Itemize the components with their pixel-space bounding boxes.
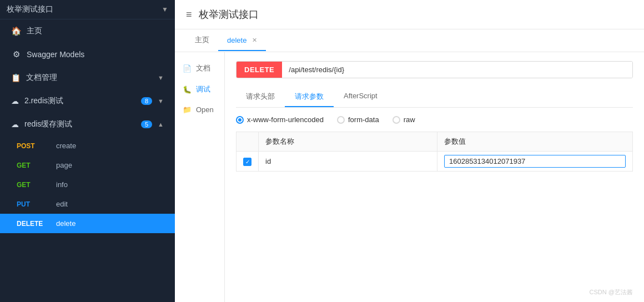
redis-cache-arrow-icon: ▲ bbox=[158, 121, 164, 128]
tab-delete-label: delete bbox=[227, 36, 246, 44]
create-method-label: POST bbox=[17, 142, 47, 150]
sub-tab-afterscript-label: AfterScript bbox=[344, 92, 378, 100]
main-content: ≡ 枚举测试接口 主页 delete ✕ 📄 文档 🐛 调试 📁 Open bbox=[175, 0, 644, 302]
page-label: page bbox=[56, 161, 72, 169]
sub-tab-headers-label: 请求头部 bbox=[246, 92, 275, 100]
sub-tab-afterscript[interactable]: AfterScript bbox=[334, 87, 388, 107]
tab-delete[interactable]: delete ✕ bbox=[218, 31, 266, 51]
sidebar-title: 枚举测试接口 bbox=[7, 4, 53, 14]
left-panel-docs[interactable]: 📄 文档 bbox=[175, 58, 224, 79]
redis-cache-badge: 5 bbox=[141, 120, 152, 128]
main-header: ≡ 枚举测试接口 bbox=[175, 0, 644, 29]
docs-icon: 📄 bbox=[183, 64, 192, 73]
home-label: 主页 bbox=[27, 26, 164, 36]
params-table: 参数名称 参数值 bbox=[236, 132, 633, 172]
sidebar-group-redis-test[interactable]: ☁ 2.redis测试 8 ▼ bbox=[0, 89, 175, 113]
table-row bbox=[237, 152, 633, 172]
param-value-input[interactable] bbox=[444, 155, 626, 168]
sidebar-group-redis-cache-header[interactable]: ☁ redis缓存测试 5 ▲ bbox=[0, 113, 175, 136]
sub-tab-params[interactable]: 请求参数 bbox=[285, 87, 334, 107]
delete-method-label: DELETE bbox=[17, 220, 47, 228]
radio-raw-label: raw bbox=[404, 115, 415, 124]
edit-label: edit bbox=[56, 200, 68, 208]
docmgmt-icon: 📋 bbox=[11, 73, 21, 82]
sidebar-item-docmgmt[interactable]: 📋 文档管理 ▼ bbox=[0, 66, 175, 89]
tab-home-label: 主页 bbox=[195, 35, 209, 45]
tab-home[interactable]: 主页 bbox=[186, 29, 218, 52]
content-area: 📄 文档 🐛 调试 📁 Open DELETE 请求头部 bbox=[175, 52, 644, 302]
left-panel-test[interactable]: 🐛 调试 bbox=[175, 79, 224, 100]
url-input[interactable] bbox=[282, 62, 632, 78]
sidebar-item-page[interactable]: GET page bbox=[0, 155, 175, 175]
redis-test-icon: ☁ bbox=[11, 97, 19, 105]
sub-tab-params-label: 请求参数 bbox=[295, 92, 324, 100]
sub-tabs: 请求头部 请求参数 AfterScript bbox=[236, 87, 633, 108]
redis-test-badge: 8 bbox=[141, 97, 152, 105]
redis-cache-sub-items: POST create GET page GET info PUT edit D… bbox=[0, 136, 175, 233]
sidebar-group-redis-cache: ☁ redis缓存测试 5 ▲ POST create GET page GET… bbox=[0, 113, 175, 233]
sidebar-item-info[interactable]: GET info bbox=[0, 175, 175, 194]
delete-label: delete bbox=[56, 219, 76, 228]
test-icon: 🐛 bbox=[183, 85, 192, 94]
sidebar-item-create[interactable]: POST create bbox=[0, 136, 175, 155]
left-panel-open[interactable]: 📁 Open bbox=[175, 100, 224, 119]
row-checkbox[interactable] bbox=[243, 158, 251, 166]
test-label: 调试 bbox=[196, 84, 210, 94]
url-bar: DELETE bbox=[236, 61, 633, 78]
tab-delete-close-icon[interactable]: ✕ bbox=[252, 37, 257, 44]
sidebar-item-edit[interactable]: PUT edit bbox=[0, 194, 175, 214]
redis-cache-icon: ☁ bbox=[11, 120, 19, 129]
sidebar-nav: 🏠 主页 ⚙ Swagger Models 📋 文档管理 ▼ ☁ 2.redis… bbox=[0, 19, 175, 302]
right-panel: DELETE 请求头部 请求参数 AfterScript x-www-form-… bbox=[225, 52, 644, 302]
home-icon: 🏠 bbox=[11, 26, 21, 36]
swagger-icon: ⚙ bbox=[11, 49, 21, 59]
sidebar-header[interactable]: 枚举测试接口 ▼ bbox=[0, 0, 175, 19]
sidebar: 枚举测试接口 ▼ 🏠 主页 ⚙ Swagger Models 📋 文档管理 ▼ … bbox=[0, 0, 175, 302]
sub-tab-headers[interactable]: 请求头部 bbox=[236, 87, 285, 107]
docmgmt-label: 文档管理 bbox=[26, 73, 152, 83]
params-col-value: 参数值 bbox=[437, 132, 632, 152]
param-name-input[interactable] bbox=[265, 157, 430, 165]
method-badge: DELETE bbox=[237, 62, 282, 78]
info-label: info bbox=[56, 180, 68, 189]
params-col-name: 参数名称 bbox=[259, 132, 437, 152]
create-label: create bbox=[56, 142, 76, 150]
watermark: CSDN @艺法酱 bbox=[590, 288, 633, 296]
radio-raw-circle bbox=[393, 116, 400, 124]
param-name-cell bbox=[259, 152, 437, 172]
swagger-label: Swagger Models bbox=[27, 50, 164, 59]
sidebar-item-swagger[interactable]: ⚙ Swagger Models bbox=[0, 43, 175, 66]
docmgmt-arrow-icon: ▼ bbox=[158, 74, 164, 81]
open-icon: 📁 bbox=[183, 105, 192, 114]
sidebar-dropdown-icon: ▼ bbox=[162, 6, 168, 13]
page-method-label: GET bbox=[17, 162, 47, 169]
info-method-label: GET bbox=[17, 181, 47, 189]
params-col-check bbox=[237, 132, 259, 152]
radio-urlencoded[interactable]: x-www-form-urlencoded bbox=[236, 115, 324, 124]
radio-formdata[interactable]: form-data bbox=[337, 115, 379, 124]
left-panel: 📄 文档 🐛 调试 📁 Open bbox=[175, 52, 225, 302]
sidebar-item-home[interactable]: 🏠 主页 bbox=[0, 19, 175, 43]
edit-method-label: PUT bbox=[17, 200, 47, 208]
radio-raw[interactable]: raw bbox=[393, 115, 415, 124]
open-label: Open bbox=[196, 105, 214, 114]
body-type-group: x-www-form-urlencoded form-data raw bbox=[236, 115, 633, 124]
redis-cache-label: redis缓存测试 bbox=[24, 119, 135, 129]
header-menu-icon: ≡ bbox=[186, 9, 192, 21]
radio-urlencoded-circle bbox=[236, 116, 244, 124]
radio-urlencoded-label: x-www-form-urlencoded bbox=[247, 115, 324, 124]
redis-test-arrow-icon: ▼ bbox=[158, 98, 164, 104]
radio-formdata-label: form-data bbox=[348, 115, 379, 124]
param-value-cell bbox=[437, 152, 632, 172]
sidebar-item-delete[interactable]: DELETE delete bbox=[0, 214, 175, 233]
page-title: 枚举测试接口 bbox=[199, 8, 259, 21]
row-checkbox-cell bbox=[237, 152, 259, 172]
redis-test-label: 2.redis测试 bbox=[24, 96, 135, 106]
docs-label: 文档 bbox=[196, 63, 210, 73]
radio-formdata-circle bbox=[337, 116, 345, 124]
tabs-bar: 主页 delete ✕ bbox=[175, 29, 644, 52]
